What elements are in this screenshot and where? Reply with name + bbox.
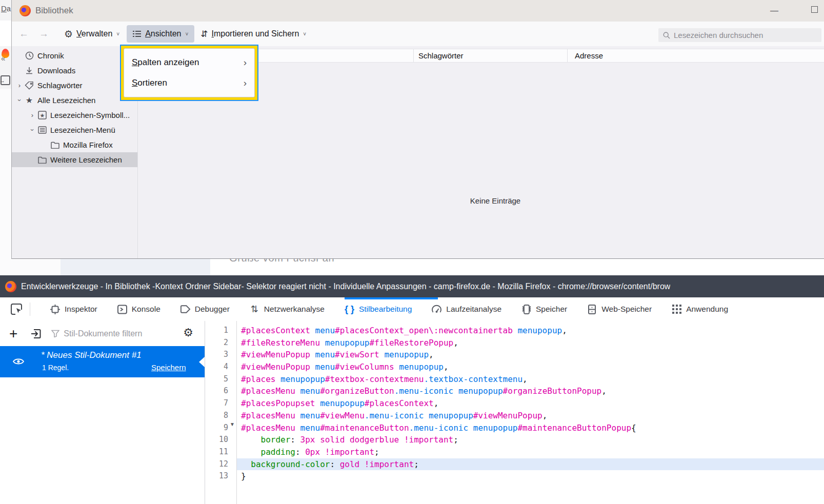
line-number[interactable]: 1 bbox=[205, 325, 236, 337]
tree-expander-icon[interactable]: › bbox=[16, 96, 24, 105]
code-token: : bbox=[295, 447, 305, 457]
search-placeholder: Lesezeichen durchsuchen bbox=[674, 31, 763, 39]
sidebar-item-lesezeichen-men-[interactable]: ›Lesezeichen-Menü bbox=[12, 123, 137, 137]
back-button[interactable]: ← bbox=[19, 28, 29, 39]
code-token: #maintenanceButton bbox=[320, 423, 409, 433]
background-tab-fragment[interactable] bbox=[0, 21, 11, 46]
code-token bbox=[315, 398, 320, 408]
code-token: ; bbox=[414, 459, 419, 469]
tree-expander-icon[interactable]: › bbox=[28, 111, 37, 119]
import-stylesheet-button[interactable] bbox=[30, 328, 42, 340]
line-number[interactable]: 3 bbox=[205, 349, 236, 361]
tab-inspektor[interactable]: Inspektor bbox=[50, 304, 97, 315]
tab-speicher[interactable]: Speicher bbox=[521, 304, 567, 315]
code-line-6[interactable]: #placesMenu menu#organizeButton.menu-ico… bbox=[237, 385, 824, 397]
style-editor-options-icon[interactable]: ⚙ bbox=[183, 327, 193, 338]
visibility-eye-icon[interactable] bbox=[12, 356, 25, 367]
menu-item-sortieren[interactable]: Sortieren› bbox=[124, 73, 254, 93]
code-token: menupopup bbox=[320, 398, 365, 408]
code-token: menu bbox=[315, 350, 335, 359]
background-content-box bbox=[61, 259, 210, 275]
sidebar-item-alle-lesezeichen[interactable]: ›★Alle Lesezeichen bbox=[12, 93, 137, 108]
code-token: menupopup bbox=[429, 411, 473, 420]
code-token: menupopup bbox=[517, 326, 562, 335]
tab-web-speicher[interactable]: Web-Speicher bbox=[587, 304, 652, 315]
star-icon: ★ bbox=[24, 96, 34, 105]
line-number[interactable]: 4 bbox=[205, 361, 236, 373]
tab-laufzeitanalyse[interactable]: Laufzeitanalyse bbox=[431, 304, 501, 315]
line-number[interactable]: 10 bbox=[205, 434, 236, 446]
code-line-12[interactable]: background-color: gold !important; bbox=[237, 458, 824, 471]
code-line-4[interactable]: #viewMenuPopup menu#viewColumns menupopu… bbox=[237, 361, 824, 373]
filter-stylesheets-input[interactable]: Stil-Dokumente filtern bbox=[51, 329, 142, 338]
stylesheet-list-item-selected[interactable]: * Neues Stil-Dokument #1 1 Regel. Speich… bbox=[0, 346, 205, 377]
stylesheet-rule-count: 1 Regel. bbox=[42, 364, 69, 372]
save-link[interactable]: Speichern bbox=[151, 363, 186, 372]
line-number[interactable]: 7 bbox=[205, 397, 236, 410]
forward-button[interactable]: → bbox=[39, 28, 49, 39]
manage-button[interactable]: ⚙ Verwalten ˅ bbox=[64, 29, 119, 39]
code-line-13[interactable]: } bbox=[237, 470, 824, 482]
new-stylesheet-button[interactable]: + bbox=[9, 327, 17, 341]
code-line-9[interactable]: #placesMenu menu#maintenanceButton.menu-… bbox=[237, 422, 824, 434]
css-code-editor[interactable]: #placesContext menu#placesContext_open\:… bbox=[237, 321, 824, 504]
style-editor-toolbar: + Stil-Dokumente filtern ⚙ bbox=[0, 321, 205, 346]
tab-stilbearbeitung[interactable]: { }Stilbearbeitung bbox=[344, 304, 412, 315]
sidebar-item-downloads[interactable]: Downloads bbox=[12, 63, 137, 78]
line-number[interactable]: 5 bbox=[205, 373, 236, 386]
code-line-1[interactable]: #placesContext menu#placesContext_open\:… bbox=[237, 325, 824, 337]
menu-item-spalten-anzeigen[interactable]: Spalten anzeigen› bbox=[124, 52, 254, 73]
code-token: #textbox-contextmenu bbox=[325, 374, 424, 384]
toolbar-separator bbox=[30, 303, 30, 316]
line-number[interactable]: 8 bbox=[205, 410, 236, 422]
sidebar-item-weitere-lesezeichen[interactable]: Weitere Lesezeichen bbox=[12, 152, 137, 167]
tab-netzwerkanalyse[interactable]: ⇅Netzwerkanalyse bbox=[249, 304, 325, 315]
code-line-10[interactable]: border: 3px solid dodgerblue !important; bbox=[237, 434, 824, 446]
views-button[interactable]: Ansichten ˅ bbox=[127, 25, 194, 43]
code-fold-arrow-icon[interactable]: ▼ bbox=[230, 421, 235, 427]
devtools-titlebar[interactable]: Entwicklerwerkzeuge - In Bibliothek -Kon… bbox=[0, 275, 824, 297]
line-number[interactable]: 2 bbox=[205, 337, 236, 349]
tab-konsole[interactable]: Konsole bbox=[117, 304, 160, 315]
library-titlebar[interactable]: Bibliothek — bbox=[12, 0, 824, 22]
background-menu-fragment[interactable]: Da bbox=[1, 4, 11, 13]
code-token: #places bbox=[241, 374, 275, 384]
tree-expander-icon[interactable]: › bbox=[29, 126, 36, 135]
sidebar-item-mozilla-firefox[interactable]: Mozilla Firefox bbox=[12, 137, 137, 152]
column-header-address[interactable]: Adresse bbox=[575, 51, 603, 60]
search-input[interactable]: Lesezeichen durchsuchen bbox=[658, 28, 821, 42]
sidebar-collapse-icon[interactable]: « bbox=[1, 54, 5, 63]
import-window-icon[interactable]: → bbox=[1, 75, 10, 85]
column-divider[interactable] bbox=[567, 49, 568, 62]
minimize-button[interactable]: — bbox=[767, 4, 782, 17]
code-line-3[interactable]: #viewMenuPopup menu#viewSort menupopup, bbox=[237, 349, 824, 361]
element-picker-button[interactable] bbox=[8, 301, 26, 317]
inspector-icon bbox=[50, 304, 61, 315]
code-line-11[interactable]: padding: 0px !important; bbox=[237, 446, 824, 458]
code-token: #viewMenu bbox=[320, 411, 365, 420]
code-line-2[interactable]: #fileRestoreMenu menupopup#fileRestorePo… bbox=[237, 337, 824, 349]
chevron-down-icon: ˅ bbox=[185, 31, 188, 37]
tree-expander-icon[interactable]: › bbox=[15, 82, 24, 89]
column-header-tags[interactable]: Schlagwörter bbox=[418, 51, 464, 60]
code-token bbox=[295, 386, 300, 396]
library-window: Bibliothek — ← → ⚙ Verwalten ˅ Ansichten… bbox=[11, 0, 824, 259]
line-number[interactable]: 11 bbox=[205, 446, 236, 458]
tab-debugger[interactable]: Debugger bbox=[180, 304, 230, 315]
line-number[interactable]: 6 bbox=[205, 385, 236, 397]
maximize-button[interactable] bbox=[807, 4, 822, 17]
column-divider[interactable] bbox=[413, 49, 414, 62]
sidebar-item-schlagw-rter[interactable]: ›Schlagwörter bbox=[12, 78, 137, 93]
code-token: #organizeButton bbox=[320, 386, 394, 396]
import-backup-button[interactable]: ⇵ Importieren und Sichern ˅ bbox=[200, 29, 306, 39]
code-line-7[interactable]: #placesPopupset menupopup#placesContext, bbox=[237, 397, 824, 410]
search-icon bbox=[663, 32, 670, 39]
line-number[interactable]: 12 bbox=[205, 458, 236, 471]
code-token: #placesContext bbox=[241, 326, 310, 335]
code-line-8[interactable]: #placesMenu menu#viewMenu.menu-iconic me… bbox=[237, 410, 824, 422]
sidebar-item-chronik[interactable]: Chronik bbox=[12, 48, 137, 63]
code-line-5[interactable]: #places menupopup#textbox-contextmenu.te… bbox=[237, 373, 824, 386]
tab-anwendung[interactable]: Anwendung bbox=[671, 304, 728, 315]
line-number[interactable]: 13 bbox=[205, 470, 236, 482]
sidebar-item-lesezeichen-symboll-[interactable]: ›★Lesezeichen-Symboll... bbox=[12, 108, 137, 123]
